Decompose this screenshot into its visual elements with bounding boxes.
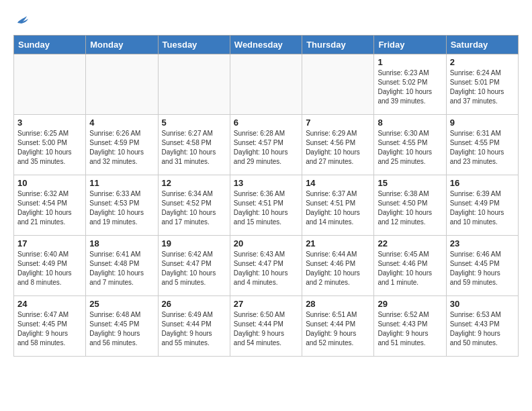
page-header <box>13 13 519 28</box>
day-of-week-header: Friday <box>374 36 446 54</box>
calendar-cell: 4Sunrise: 6:26 AM Sunset: 4:59 PM Daylig… <box>86 115 158 175</box>
calendar-cell: 13Sunrise: 6:36 AM Sunset: 4:51 PM Dayli… <box>230 175 302 236</box>
calendar-cell: 1Sunrise: 6:23 AM Sunset: 5:02 PM Daylig… <box>374 54 446 115</box>
day-of-week-header: Saturday <box>446 36 518 54</box>
day-number: 20 <box>234 238 298 248</box>
calendar-table: SundayMondayTuesdayWednesdayThursdayFrid… <box>13 35 519 357</box>
day-detail: Sunrise: 6:49 AM Sunset: 4:44 PM Dayligh… <box>162 310 226 348</box>
calendar-cell: 12Sunrise: 6:34 AM Sunset: 4:52 PM Dayli… <box>158 175 230 236</box>
day-number: 7 <box>306 118 370 128</box>
calendar-cell: 25Sunrise: 6:48 AM Sunset: 4:45 PM Dayli… <box>86 296 158 357</box>
calendar-cell: 11Sunrise: 6:33 AM Sunset: 4:53 PM Dayli… <box>86 175 158 236</box>
day-number: 17 <box>17 238 82 248</box>
calendar-cell <box>302 54 374 115</box>
day-of-week-header: Wednesday <box>230 36 302 54</box>
calendar-cell: 22Sunrise: 6:45 AM Sunset: 4:46 PM Dayli… <box>374 236 446 296</box>
day-detail: Sunrise: 6:26 AM Sunset: 4:59 PM Dayligh… <box>89 129 154 167</box>
day-detail: Sunrise: 6:44 AM Sunset: 4:46 PM Dayligh… <box>306 250 370 287</box>
day-number: 8 <box>378 118 442 128</box>
day-detail: Sunrise: 6:39 AM Sunset: 4:49 PM Dayligh… <box>450 189 515 227</box>
calendar-cell <box>230 54 302 115</box>
day-detail: Sunrise: 6:50 AM Sunset: 4:44 PM Dayligh… <box>234 310 298 348</box>
calendar-cell: 24Sunrise: 6:47 AM Sunset: 4:45 PM Dayli… <box>14 296 86 357</box>
calendar-week-row: 1Sunrise: 6:23 AM Sunset: 5:02 PM Daylig… <box>14 54 519 115</box>
day-detail: Sunrise: 6:47 AM Sunset: 4:45 PM Dayligh… <box>17 310 82 348</box>
calendar-cell <box>14 54 86 115</box>
day-detail: Sunrise: 6:31 AM Sunset: 4:55 PM Dayligh… <box>450 129 515 167</box>
calendar-week-row: 24Sunrise: 6:47 AM Sunset: 4:45 PM Dayli… <box>14 296 519 357</box>
day-number: 19 <box>162 238 226 248</box>
day-detail: Sunrise: 6:43 AM Sunset: 4:47 PM Dayligh… <box>234 250 298 287</box>
day-number: 5 <box>162 118 226 128</box>
calendar-cell: 7Sunrise: 6:29 AM Sunset: 4:56 PM Daylig… <box>302 115 374 175</box>
calendar-cell: 16Sunrise: 6:39 AM Sunset: 4:49 PM Dayli… <box>446 175 518 236</box>
day-number: 10 <box>17 178 82 188</box>
day-number: 14 <box>306 178 370 188</box>
calendar-cell: 10Sunrise: 6:32 AM Sunset: 4:54 PM Dayli… <box>14 175 86 236</box>
day-number: 2 <box>450 57 515 67</box>
day-detail: Sunrise: 6:34 AM Sunset: 4:52 PM Dayligh… <box>162 189 226 227</box>
calendar-cell: 28Sunrise: 6:51 AM Sunset: 4:44 PM Dayli… <box>302 296 374 357</box>
day-detail: Sunrise: 6:48 AM Sunset: 4:45 PM Dayligh… <box>89 310 154 348</box>
day-detail: Sunrise: 6:28 AM Sunset: 4:57 PM Dayligh… <box>234 129 298 167</box>
day-number: 3 <box>17 118 82 128</box>
calendar-week-row: 10Sunrise: 6:32 AM Sunset: 4:54 PM Dayli… <box>14 175 519 236</box>
calendar-cell: 27Sunrise: 6:50 AM Sunset: 4:44 PM Dayli… <box>230 296 302 357</box>
day-detail: Sunrise: 6:40 AM Sunset: 4:49 PM Dayligh… <box>17 250 82 287</box>
day-number: 26 <box>162 299 226 309</box>
calendar-cell: 18Sunrise: 6:41 AM Sunset: 4:48 PM Dayli… <box>86 236 158 296</box>
day-detail: Sunrise: 6:23 AM Sunset: 5:02 PM Dayligh… <box>378 68 442 106</box>
calendar-cell: 21Sunrise: 6:44 AM Sunset: 4:46 PM Dayli… <box>302 236 374 296</box>
calendar-cell: 8Sunrise: 6:30 AM Sunset: 4:55 PM Daylig… <box>374 115 446 175</box>
day-detail: Sunrise: 6:38 AM Sunset: 4:50 PM Dayligh… <box>378 189 442 227</box>
day-detail: Sunrise: 6:53 AM Sunset: 4:43 PM Dayligh… <box>450 310 515 348</box>
day-detail: Sunrise: 6:32 AM Sunset: 4:54 PM Dayligh… <box>17 189 82 227</box>
calendar-cell: 29Sunrise: 6:52 AM Sunset: 4:43 PM Dayli… <box>374 296 446 357</box>
calendar-cell: 30Sunrise: 6:53 AM Sunset: 4:43 PM Dayli… <box>446 296 518 357</box>
calendar-cell: 20Sunrise: 6:43 AM Sunset: 4:47 PM Dayli… <box>230 236 302 296</box>
day-detail: Sunrise: 6:25 AM Sunset: 5:00 PM Dayligh… <box>17 129 82 167</box>
day-of-week-header: Thursday <box>302 36 374 54</box>
day-number: 16 <box>450 178 515 188</box>
day-number: 27 <box>234 299 298 309</box>
calendar-cell: 2Sunrise: 6:24 AM Sunset: 5:01 PM Daylig… <box>446 54 518 115</box>
day-number: 13 <box>234 178 298 188</box>
day-detail: Sunrise: 6:37 AM Sunset: 4:51 PM Dayligh… <box>306 189 370 227</box>
calendar-cell <box>158 54 230 115</box>
calendar-cell: 26Sunrise: 6:49 AM Sunset: 4:44 PM Dayli… <box>158 296 230 357</box>
day-number: 9 <box>450 118 515 128</box>
day-number: 22 <box>378 238 442 248</box>
day-detail: Sunrise: 6:30 AM Sunset: 4:55 PM Dayligh… <box>378 129 442 167</box>
calendar-cell: 15Sunrise: 6:38 AM Sunset: 4:50 PM Dayli… <box>374 175 446 236</box>
calendar-cell: 17Sunrise: 6:40 AM Sunset: 4:49 PM Dayli… <box>14 236 86 296</box>
day-of-week-header: Monday <box>86 36 158 54</box>
calendar-cell: 14Sunrise: 6:37 AM Sunset: 4:51 PM Dayli… <box>302 175 374 236</box>
day-detail: Sunrise: 6:33 AM Sunset: 4:53 PM Dayligh… <box>89 189 154 227</box>
day-detail: Sunrise: 6:51 AM Sunset: 4:44 PM Dayligh… <box>306 310 370 348</box>
calendar-week-row: 3Sunrise: 6:25 AM Sunset: 5:00 PM Daylig… <box>14 115 519 175</box>
day-number: 23 <box>450 238 515 248</box>
day-detail: Sunrise: 6:42 AM Sunset: 4:47 PM Dayligh… <box>162 250 226 287</box>
day-number: 11 <box>89 178 154 188</box>
day-detail: Sunrise: 6:36 AM Sunset: 4:51 PM Dayligh… <box>234 189 298 227</box>
calendar-cell: 19Sunrise: 6:42 AM Sunset: 4:47 PM Dayli… <box>158 236 230 296</box>
calendar-header-row: SundayMondayTuesdayWednesdayThursdayFrid… <box>14 36 519 54</box>
day-number: 6 <box>234 118 298 128</box>
day-detail: Sunrise: 6:24 AM Sunset: 5:01 PM Dayligh… <box>450 68 515 106</box>
calendar-cell: 3Sunrise: 6:25 AM Sunset: 5:00 PM Daylig… <box>14 115 86 175</box>
day-number: 18 <box>89 238 154 248</box>
day-number: 30 <box>450 299 515 309</box>
day-number: 1 <box>378 57 442 67</box>
day-detail: Sunrise: 6:41 AM Sunset: 4:48 PM Dayligh… <box>89 250 154 287</box>
day-number: 15 <box>378 178 442 188</box>
day-detail: Sunrise: 6:27 AM Sunset: 4:58 PM Dayligh… <box>162 129 226 167</box>
day-number: 28 <box>306 299 370 309</box>
day-detail: Sunrise: 6:52 AM Sunset: 4:43 PM Dayligh… <box>378 310 442 348</box>
day-detail: Sunrise: 6:46 AM Sunset: 4:45 PM Dayligh… <box>450 250 515 287</box>
day-number: 12 <box>162 178 226 188</box>
day-number: 24 <box>17 299 82 309</box>
logo <box>13 13 30 28</box>
day-number: 29 <box>378 299 442 309</box>
day-number: 4 <box>89 118 154 128</box>
day-detail: Sunrise: 6:29 AM Sunset: 4:56 PM Dayligh… <box>306 129 370 167</box>
